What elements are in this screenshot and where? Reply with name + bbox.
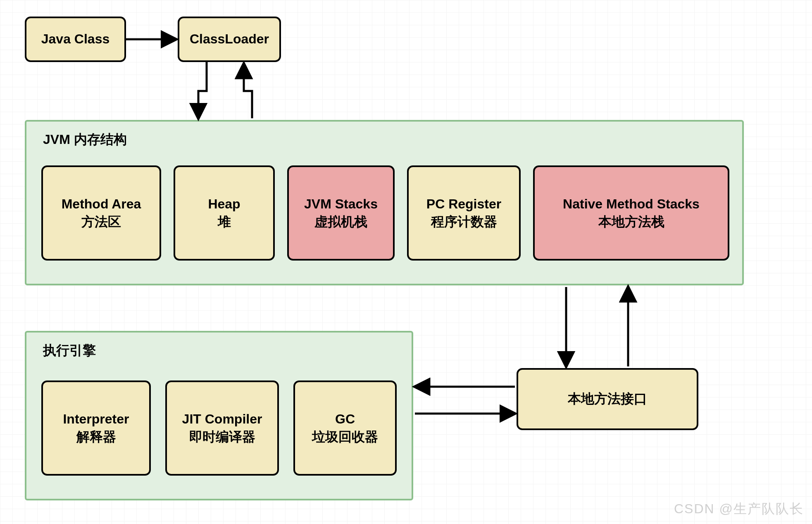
gc-en: GC: [335, 410, 355, 428]
box-native-interface: 本地方法接口: [517, 368, 698, 430]
method-area-en: Method Area: [62, 195, 141, 213]
native-interface-label: 本地方法接口: [568, 390, 647, 408]
box-native-method-stacks: Native Method Stacks 本地方法栈: [533, 165, 729, 261]
native-stacks-en: Native Method Stacks: [563, 195, 700, 213]
jvm-stacks-zh: 虚拟机栈: [314, 213, 367, 231]
jvm-stacks-en: JVM Stacks: [304, 195, 378, 213]
interpreter-zh: 解释器: [76, 428, 116, 446]
jit-zh: 即时编译器: [189, 428, 255, 446]
exec-engine-title: 执行引擎: [43, 342, 96, 360]
method-area-zh: 方法区: [81, 213, 121, 231]
gc-zh: 垃圾回收器: [312, 428, 378, 446]
native-stacks-zh: 本地方法栈: [598, 213, 664, 231]
interpreter-en: Interpreter: [63, 410, 129, 428]
box-interpreter: Interpreter 解释器: [41, 380, 151, 476]
java-class-label: Java Class: [41, 30, 110, 48]
box-heap: Heap 堆: [174, 165, 275, 261]
box-pc-register: PC Register 程序计数器: [407, 165, 521, 261]
jit-en: JIT Compiler: [182, 410, 262, 428]
heap-en: Heap: [208, 195, 240, 213]
box-classloader: ClassLoader: [178, 17, 281, 62]
box-jvm-stacks: JVM Stacks 虚拟机栈: [287, 165, 395, 261]
watermark: CSDN @生产队队长: [674, 500, 804, 518]
box-method-area: Method Area 方法区: [41, 165, 161, 261]
box-gc: GC 垃圾回收器: [293, 380, 397, 476]
pc-register-zh: 程序计数器: [431, 213, 497, 231]
box-java-class: Java Class: [25, 17, 126, 62]
jvm-memory-title: JVM 内存结构: [43, 131, 127, 149]
pc-register-en: PC Register: [426, 195, 501, 213]
classloader-label: ClassLoader: [190, 30, 269, 48]
heap-zh: 堆: [218, 213, 231, 231]
box-jit-compiler: JIT Compiler 即时编译器: [165, 380, 279, 476]
